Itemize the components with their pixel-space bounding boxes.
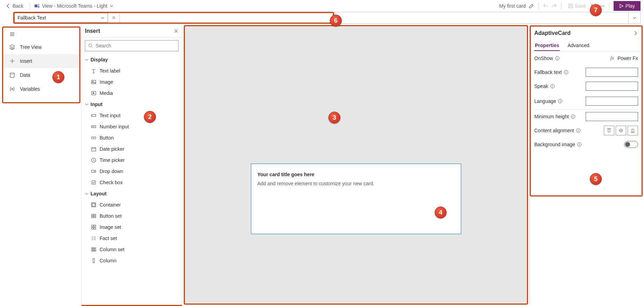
close-icon[interactable] bbox=[174, 29, 179, 33]
info-icon[interactable]: i bbox=[550, 84, 555, 88]
info-icon[interactable]: i bbox=[558, 99, 562, 103]
align-bottom-button[interactable] bbox=[628, 126, 638, 135]
tab-advanced[interactable]: Advanced bbox=[567, 40, 590, 51]
insert-item-container[interactable]: Container bbox=[81, 199, 182, 210]
align-bottom-icon bbox=[630, 128, 635, 133]
play-label: Play bbox=[625, 3, 635, 9]
save-icon bbox=[568, 3, 573, 9]
svg-point-6 bbox=[10, 73, 14, 74]
info-icon[interactable]: i bbox=[555, 56, 559, 60]
properties-panel: AdaptiveCard Properties Advanced OnShowi… bbox=[529, 25, 643, 305]
prop-minheight-input[interactable] bbox=[586, 112, 638, 121]
formula-input-rest[interactable] bbox=[334, 12, 629, 24]
chevron-right-icon[interactable] bbox=[633, 31, 638, 36]
chevron-down-icon bbox=[85, 192, 88, 195]
insert-item-media[interactable]: Media bbox=[81, 88, 182, 99]
rail-tree-view[interactable]: Tree View bbox=[3, 40, 79, 54]
prop-speak-input[interactable] bbox=[586, 82, 638, 91]
rail-insert[interactable]: Insert bbox=[3, 54, 79, 68]
insert-item-time-picker[interactable]: Time picker bbox=[81, 155, 182, 166]
property-selector[interactable]: Fallback Text bbox=[14, 13, 108, 23]
redo-icon[interactable] bbox=[551, 3, 557, 9]
undo-icon[interactable] bbox=[543, 3, 549, 9]
insert-item-label: Image bbox=[100, 79, 113, 85]
teams-icon bbox=[34, 3, 40, 9]
info-icon[interactable]: i bbox=[576, 128, 580, 133]
insert-group-input[interactable]: Input bbox=[81, 99, 182, 110]
adaptive-card[interactable]: Your card title goes here Add and remove… bbox=[251, 164, 461, 234]
card-canvas[interactable]: Your card title goes here Add and remove… bbox=[184, 25, 528, 305]
back-button[interactable]: Back bbox=[3, 2, 26, 9]
insert-search[interactable] bbox=[85, 40, 179, 51]
card-title: Your card title goes here bbox=[258, 172, 455, 177]
info-icon[interactable]: i bbox=[564, 70, 568, 74]
formula-input[interactable] bbox=[120, 13, 333, 23]
annotation-badge-1: 1 bbox=[52, 71, 64, 83]
play-button[interactable]: Play bbox=[614, 1, 641, 11]
prop-bgimage-toggle[interactable] bbox=[624, 141, 638, 148]
rail-label: Variables bbox=[20, 86, 40, 92]
prop-fallback-input[interactable] bbox=[586, 68, 638, 77]
rail-data[interactable]: Data bbox=[3, 68, 79, 82]
properties-title: AdaptiveCard bbox=[534, 30, 571, 36]
card-subtitle: Add and remove element to customize your… bbox=[258, 181, 455, 186]
insert-item-button[interactable]: Button bbox=[81, 132, 182, 143]
left-rail: Tree View Insert Data Variables bbox=[0, 24, 81, 306]
divider bbox=[30, 2, 30, 9]
variable-icon bbox=[9, 86, 15, 92]
svg-rect-23 bbox=[94, 216, 96, 218]
insert-item-image[interactable]: Image bbox=[81, 76, 182, 88]
align-middle-button[interactable] bbox=[616, 126, 626, 135]
insert-item-column-set[interactable]: Column set bbox=[81, 244, 182, 255]
prop-language-input[interactable] bbox=[586, 97, 638, 106]
svg-rect-19 bbox=[92, 203, 95, 206]
info-icon[interactable]: i bbox=[577, 142, 581, 147]
insert-group-display[interactable]: Display bbox=[81, 54, 182, 65]
divider bbox=[561, 2, 562, 9]
annotation-badge-7: 7 bbox=[590, 4, 602, 16]
insert-item-label: Date picker bbox=[100, 146, 124, 152]
control-icon bbox=[91, 202, 96, 207]
formula-expand[interactable] bbox=[629, 12, 641, 24]
save-button[interactable]: Save bbox=[566, 2, 588, 9]
svg-rect-21 bbox=[94, 214, 96, 216]
divider bbox=[538, 2, 539, 9]
rail-toggle[interactable] bbox=[3, 28, 79, 40]
info-icon[interactable]: i bbox=[571, 114, 575, 119]
insert-item-text-label[interactable]: Text label bbox=[81, 65, 182, 76]
tab-properties[interactable]: Properties bbox=[534, 40, 560, 51]
insert-item-date-picker[interactable]: Date picker bbox=[81, 143, 182, 155]
align-top-button[interactable] bbox=[604, 126, 614, 135]
fx-icon: fx bbox=[610, 55, 614, 61]
property-selector-label: Fallback Text bbox=[17, 15, 46, 21]
view-dropdown[interactable]: View - Microsoft Teams - Light bbox=[34, 3, 114, 9]
rail-variables[interactable]: Variables bbox=[3, 82, 79, 96]
insert-item-drop-down[interactable]: Drop down bbox=[81, 166, 182, 177]
prop-speak-label: Speak bbox=[534, 83, 548, 89]
insert-item-column[interactable]: Column bbox=[81, 255, 182, 266]
edit-name-icon[interactable] bbox=[529, 3, 534, 9]
insert-item-image-set[interactable]: Image set bbox=[81, 222, 182, 233]
insert-panel: Insert DisplayText labelImageMediaInputT… bbox=[81, 24, 182, 306]
prop-onshow-label: OnShow bbox=[534, 55, 553, 61]
insert-item-button-set[interactable]: Button set bbox=[81, 210, 182, 222]
insert-item-number-input[interactable]: Number input bbox=[81, 121, 182, 132]
view-label: View - Microsoft Teams - Light bbox=[42, 3, 107, 9]
control-icon bbox=[91, 113, 96, 118]
svg-rect-31 bbox=[93, 259, 94, 263]
svg-point-1 bbox=[38, 4, 39, 6]
prop-powerfx-label[interactable]: Power Fx bbox=[617, 55, 638, 61]
prop-bgimage-label: Background image bbox=[534, 142, 575, 147]
insert-item-check-box[interactable]: Check box bbox=[81, 177, 182, 188]
insert-panel-title: Insert bbox=[85, 28, 100, 34]
insert-item-label: Time picker bbox=[100, 157, 125, 163]
chevron-down-icon bbox=[85, 58, 88, 61]
insert-item-text-input[interactable]: Text input bbox=[81, 110, 182, 121]
control-icon bbox=[91, 80, 96, 84]
annotation-badge-6: 6 bbox=[330, 15, 342, 27]
insert-group-layout[interactable]: Layout bbox=[81, 188, 182, 199]
svg-point-7 bbox=[89, 44, 92, 47]
insert-search-input[interactable] bbox=[96, 43, 175, 48]
insert-item-fact-set[interactable]: Fact set bbox=[81, 233, 182, 244]
back-label: Back bbox=[13, 3, 23, 9]
